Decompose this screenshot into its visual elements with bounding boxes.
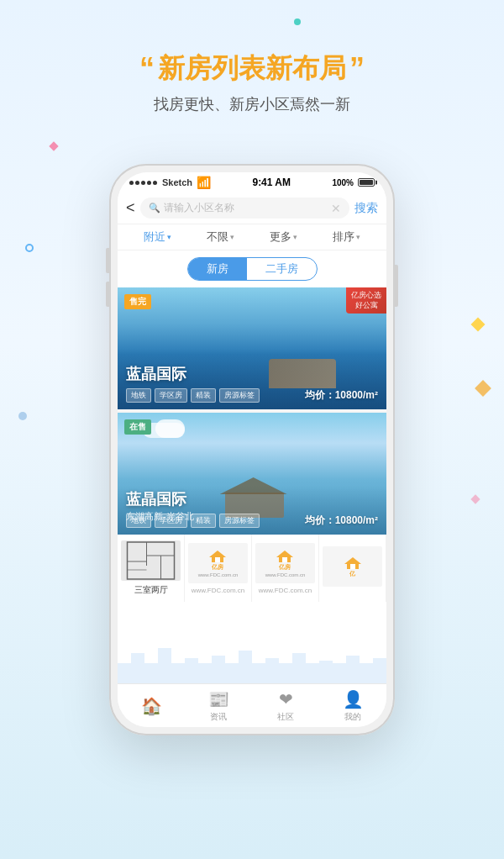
wifi-symbol: 📶 [197,176,211,189]
thumb-yifang-2[interactable]: 亿房 www.FDC.com.cn www.FDC.com.cn [252,535,319,602]
filter-more-arrow: ▾ [293,233,297,241]
nav-news-label: 资讯 [210,711,227,723]
phone-mockup: Sketch 📶 9:41 AM 100% < 🔍 请输入小区名称 ✕ [109,164,395,735]
card1-tag-3: 房源标签 [219,388,260,403]
dot4 [147,181,151,185]
dot3 [141,181,145,185]
filter-more[interactable]: 更多 ▾ [252,229,315,245]
card2-tag-1: 学区房 [155,514,187,528]
filter-nolimit-label: 不限 [207,229,228,245]
thumb-blueprint-img [121,540,181,581]
battery-fill [360,180,373,185]
yifang-url-2: www.FDC.com.cn [265,572,306,577]
battery-percent: 100% [332,178,354,187]
filter-nearby[interactable]: 附近 ▾ [126,229,189,245]
thumb-yifang-2-sublabel: www.FDC.com.cn [259,587,312,594]
volume-btn-1 [106,248,109,273]
property-card-1[interactable]: 售完 亿房心选 好公寓 蓝晶国际 地铁 学区房 精装 房源标签 均价：10800… [118,287,386,409]
beach-chair-bg [269,359,336,388]
thumb-yifang-3[interactable]: 亿 [319,535,386,602]
toggle-bar: 新房 二手房 [118,250,386,287]
header-area: “ 新房列表新布局 ” 找房更快、新房小区焉然一新 [0,50,504,114]
svg-rect-0 [128,542,175,579]
card1-tags: 地铁 学区房 精装 房源标签 [126,388,260,403]
nav-news[interactable]: 📰 资讯 [185,689,252,723]
deco-orange-diamond-right [475,380,491,397]
search-clear-icon[interactable]: ✕ [331,202,341,215]
main-title-wrapper: “ 新房列表新布局 ” [0,50,504,87]
filter-sort[interactable]: 排序 ▾ [315,229,378,245]
card2-tags: 地铁 学区房 精装 房源标签 [126,514,260,528]
home-icon: 🏠 [141,696,162,716]
svg-rect-7 [215,557,220,562]
filter-bar: 附近 ▾ 不限 ▾ 更多 ▾ 排序 ▾ [118,224,386,250]
thumb-floorplan[interactable]: 三室两厅 [118,535,185,602]
card1-badge: 售完 [124,294,151,309]
carrier-name: Sketch [162,177,192,187]
thumbnail-row: 三室两厅 亿房 www.FDC.com.cn [118,535,386,602]
card1-tag-0: 地铁 [126,388,151,403]
thumb-yifang-3-img: 亿 [323,546,382,587]
card1-title: 蓝晶国际 [126,364,186,384]
yifang-logo-2: 亿房 www.FDC.com.cn [265,549,306,577]
search-button[interactable]: 搜索 [354,201,378,216]
news-icon: 📰 [208,689,229,709]
nav-home[interactable]: 🏠 [118,696,185,716]
building-silhouette [118,633,386,683]
svg-rect-11 [350,564,355,569]
card2-price: 均价：10800/m² [305,514,378,528]
battery-icon [358,178,375,187]
property-card-2[interactable]: 在售 蓝晶国际 东湖高新-光谷北 地铁 学区房 精装 房源标签 均价：10800… [118,413,386,535]
filter-nearby-label: 附近 [144,229,165,245]
community-icon: ❤ [279,689,293,709]
card1-tag-2: 精装 [191,388,216,403]
signal-dots [129,181,157,185]
card2-tag-3: 房源标签 [219,514,260,528]
house-svg-2 [276,549,293,562]
yifang-url-1: www.FDC.com.cn [198,572,239,577]
filter-nearby-arrow: ▾ [167,233,171,241]
thumb-yifang-1[interactable]: 亿房 www.FDC.com.cn www.FDC.com.cn [185,535,252,602]
deco-pink-diamond-left [49,141,58,150]
yifang-text-1: 亿房 [212,563,223,572]
dot2 [135,181,139,185]
yifang-text-2: 亿房 [279,563,291,572]
deco-teal-top [294,18,301,25]
power-btn [395,265,398,307]
filter-sort-label: 排序 [333,229,354,245]
bottom-nav: 🏠 📰 资讯 ❤ 社区 👤 我的 [118,683,386,727]
search-placeholder-text: 请输入小区名称 [164,201,328,215]
card1-price-label: 均价： [305,389,335,401]
toggle-second-hand[interactable]: 二手房 [247,258,317,280]
close-quote: ” [349,54,365,84]
house-svg-1 [209,549,226,562]
yifang-logo-1: 亿房 www.FDC.com.cn [198,549,239,577]
card2-price-value: 10800/m² [335,514,378,526]
main-title-text: 新房列表新布局 [158,50,346,87]
phone-screen: Sketch 📶 9:41 AM 100% < 🔍 请输入小区名称 ✕ [118,172,386,727]
profile-icon: 👤 [343,689,364,709]
status-left: Sketch 📶 [129,176,211,189]
search-input-wrap[interactable]: 🔍 请输入小区名称 ✕ [140,198,349,219]
deco-yellow-diamond-right [471,318,486,332]
search-bar: < 🔍 请输入小区名称 ✕ 搜索 [118,192,386,224]
toggle-new-house[interactable]: 新房 [188,258,247,280]
filter-nolimit-arrow: ▾ [230,233,234,241]
card1-corner-badge: 亿房心选 好公寓 [346,287,386,314]
card2-price-label: 均价： [305,514,335,526]
nav-community[interactable]: ❤ 社区 [252,689,319,723]
filter-nolimit[interactable]: 不限 ▾ [189,229,252,245]
deco-pink-diamond-mid-right [470,494,480,503]
volume-btn-2 [106,282,109,307]
thumb-fp-label: 三室两厅 [134,584,168,596]
nav-profile-label: 我的 [344,711,361,723]
deco-blue-circle-left [25,244,34,252]
sub-title-text: 找房更快、新房小区焉然一新 [0,94,504,114]
dot5 [153,181,157,185]
cloud1-top [155,419,185,438]
back-button[interactable]: < [126,199,135,217]
filter-sort-arrow: ▾ [356,233,360,241]
card2-title: 蓝晶国际 [126,489,186,509]
thumb-yifang-1-sublabel: www.FDC.com.cn [192,587,245,594]
nav-profile[interactable]: 👤 我的 [319,689,386,723]
